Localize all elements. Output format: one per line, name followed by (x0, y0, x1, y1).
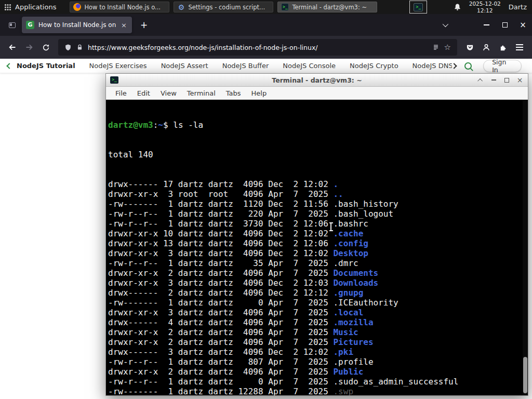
site-nav-bar: NodeJS TutorialNodeJS ExercisesNodeJS As… (0, 59, 532, 73)
minimize-icon (484, 24, 489, 25)
terminal-icon: >_ (414, 3, 423, 11)
new-tab-button[interactable]: + (137, 20, 151, 30)
clock-date: 2025-12-02 (469, 1, 501, 7)
close-button[interactable]: × (514, 17, 532, 33)
terminal-line: -rw-r--r-- 1 dartz dartz 0 Apr 7 2025 .s… (108, 377, 528, 387)
bookmark-star-icon[interactable]: ☆ (444, 43, 451, 52)
terminal-line: -rw------- 1 dartz dartz 12288 Apr 7 202… (108, 387, 528, 395)
terminal-line: drwx------ 3 dartz dartz 4096 Dec 2 12:0… (108, 347, 528, 357)
terminal-output[interactable]: dartz@vm3:~$ ls -la total 140 drwx------… (106, 100, 528, 395)
applications-grid-icon (4, 4, 11, 11)
terminal-line: -rw-r--r-- 1 dartz dartz 35 Apr 7 2025 .… (108, 258, 528, 268)
terminal-titlebar[interactable]: >_ Terminal - dartz@vm3: ~ × (106, 74, 528, 87)
taskbar-windows: How to Install Node.js o...⚙Settings - c… (70, 2, 377, 12)
tracking-shield-icon[interactable] (64, 44, 72, 51)
settings-icon: ⚙ (177, 3, 185, 11)
url-text: https://www.geeksforgeeks.org/node-js/in… (88, 44, 428, 51)
terminal-menubar: FileEditViewTerminalTabsHelp (106, 87, 528, 100)
user-menu[interactable]: Dartz (509, 3, 527, 11)
terminal-line: drwxr-xr-x 13 dartz dartz 4096 Dec 2 12:… (108, 238, 528, 248)
nav-link-nodejs-assert[interactable]: NodeJS Assert (161, 62, 208, 70)
terminal-line: drwx------ 2 dartz dartz 4096 Dec 2 12:1… (108, 288, 528, 298)
active-tab[interactable]: G How to Install Node.js on × (22, 17, 132, 33)
clock-time: 12:12 (477, 7, 493, 14)
menu-view[interactable]: View (155, 89, 182, 97)
pocket-icon[interactable] (461, 39, 478, 56)
nav-link-nodejs-tutorial[interactable]: NodeJS Tutorial (17, 62, 75, 70)
toolbar-buttons (461, 39, 528, 56)
menu-edit[interactable]: Edit (132, 89, 155, 97)
account-icon[interactable] (478, 39, 495, 56)
reload-button[interactable] (37, 39, 54, 56)
terminal-window-controls: × (477, 76, 524, 84)
clock[interactable]: 2025-12-02 12:12 (469, 1, 501, 14)
nav-scroll-left-icon[interactable] (6, 63, 12, 69)
firefox-icon (73, 3, 81, 11)
desktop: Applications How to Install Node.js o...… (0, 0, 532, 399)
tray-terminal-icon[interactable]: >_ (409, 1, 427, 14)
terminal-window: >_ Terminal - dartz@vm3: ~ × FileEditVie… (105, 73, 528, 396)
terminal-line: drwxr-xr-x 10 dartz dartz 4096 Dec 2 12:… (108, 229, 528, 238)
nav-link-nodejs-buffer[interactable]: NodeJS Buffer (222, 62, 269, 70)
search-icon[interactable] (464, 62, 472, 70)
taskbar-window-terminal[interactable]: >_Terminal - dartz@vm3: ~ (277, 2, 377, 12)
taskbar-window-settings[interactable]: ⚙Settings - codium script... (174, 2, 273, 12)
terminal-line: -rw------- 1 dartz dartz 0 Apr 7 2025 .I… (108, 298, 528, 308)
lock-icon[interactable] (76, 44, 83, 51)
taskbar-window-title: Settings - codium script... (188, 4, 265, 11)
chevron-down-icon (442, 21, 448, 27)
nav-link-nodejs-console[interactable]: NodeJS Console (283, 62, 336, 70)
terminal-line: drwx------ 17 dartz dartz 4096 Dec 2 12:… (108, 179, 528, 189)
sign-in-button[interactable]: Sign In (483, 60, 522, 72)
back-button[interactable] (4, 39, 21, 56)
list-all-tabs-button[interactable] (435, 17, 454, 33)
terminal-minimize-button[interactable] (490, 76, 498, 84)
taskbar-right: 2025-12-02 12:12 Dartz (454, 1, 532, 14)
applications-label: Applications (15, 3, 56, 11)
applications-menu-button[interactable]: Applications (0, 0, 62, 14)
terminal-line: -rw-r--r-- 1 dartz dartz 807 Apr 7 2025 … (108, 357, 528, 367)
tab-close-icon[interactable]: × (120, 21, 128, 29)
tab-title: How to Install Node.js on (38, 21, 116, 29)
hamburger-bars (516, 44, 523, 50)
text-cursor (330, 223, 331, 231)
reader-view-icon[interactable] (432, 44, 440, 51)
nav-link-nodejs-dns[interactable]: NodeJS DNS (413, 62, 453, 70)
firefox-view-icon (9, 22, 16, 28)
terminal-icon: >_ (281, 3, 289, 11)
terminal-scrollbar[interactable] (523, 100, 528, 395)
total-line: total 140 (108, 150, 528, 159)
taskbar-window-firefox[interactable]: How to Install Node.js o... (70, 2, 169, 12)
prompt-line: dartz@vm3:~$ ls -la (108, 120, 528, 130)
maximize-icon (504, 78, 509, 83)
maximize-icon (502, 22, 508, 28)
taskbar-window-title: How to Install Node.js o... (84, 4, 161, 11)
menu-help[interactable]: Help (246, 89, 272, 97)
terminal-maximize-button[interactable] (503, 76, 511, 84)
nav-scroll-right-icon[interactable] (451, 63, 457, 69)
menu-terminal[interactable]: Terminal (182, 89, 221, 97)
nav-link-nodejs-exercises[interactable]: NodeJS Exercises (89, 62, 147, 70)
window-controls: × (435, 17, 532, 33)
maximize-button[interactable] (496, 17, 514, 33)
terminal-line: drwxr-xr-x 3 dartz dartz 4096 Apr 7 2025… (108, 308, 528, 317)
tab-strip: G How to Install Node.js on × + × (0, 14, 532, 36)
forward-button[interactable] (21, 39, 37, 56)
extensions-puzzle-icon[interactable] (495, 39, 511, 56)
shade-button[interactable] (477, 76, 485, 84)
scrollbar-thumb[interactable] (523, 357, 527, 393)
url-bar[interactable]: https://www.geeksforgeeks.org/node-js/in… (58, 39, 457, 56)
terminal-title: Terminal - dartz@vm3: ~ (106, 76, 528, 84)
menu-tabs[interactable]: Tabs (221, 89, 246, 97)
terminal-line: drwxr-xr-x 2 dartz dartz 4096 Apr 7 2025… (108, 268, 528, 278)
notification-bell-icon[interactable] (454, 3, 461, 11)
terminal-line: drwxr-xr-x 3 root root 4096 Apr 7 2025 .… (108, 189, 528, 199)
terminal-close-button[interactable]: × (516, 76, 524, 84)
menu-hamburger-icon[interactable] (511, 39, 528, 56)
chevron-up-icon (477, 78, 483, 83)
minimize-button[interactable] (477, 17, 496, 33)
terminal-line: -rw-r--r-- 1 dartz dartz 3730 Dec 2 12:0… (108, 219, 528, 229)
firefox-view-button[interactable] (5, 18, 19, 32)
menu-file[interactable]: File (110, 89, 132, 97)
nav-link-nodejs-crypto[interactable]: NodeJS Crypto (350, 62, 398, 70)
